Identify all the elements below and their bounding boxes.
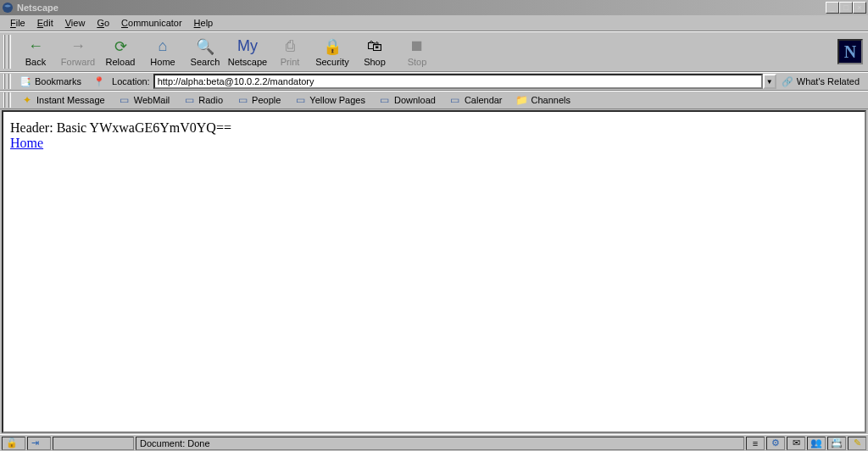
component-bar-icon-1[interactable]: ≡ xyxy=(746,437,765,450)
channels-icon: 📁 xyxy=(516,94,528,106)
menu-file[interactable]: File xyxy=(5,17,31,29)
back-icon: ← xyxy=(25,37,46,56)
search-icon: 🔍 xyxy=(195,37,215,56)
personalbar-handle[interactable] xyxy=(3,92,11,108)
component-bar-icon-2[interactable]: ⚙ xyxy=(766,437,785,450)
bookmarks-icon: 📑 xyxy=(19,76,31,87)
personal-people[interactable]: ▭People xyxy=(230,93,287,107)
search-label: Search xyxy=(191,57,220,67)
svg-point-0 xyxy=(3,3,13,13)
window-title: Netscape xyxy=(17,3,826,13)
home-link[interactable]: Home xyxy=(10,136,43,150)
instant-message-label: Instant Message xyxy=(36,95,105,105)
instant-message-icon: ✦ xyxy=(21,94,33,106)
download-label: Download xyxy=(394,95,436,105)
stop-button: ⏹Stop xyxy=(396,33,438,70)
whats-related-label: What's Related xyxy=(797,76,860,86)
personal-radio[interactable]: ▭Radio xyxy=(176,93,230,107)
app-icon xyxy=(2,2,14,14)
status-progress xyxy=(53,437,134,450)
webmail-label: WebMail xyxy=(134,95,170,105)
location-bar: 📑 Bookmarks 📍 Location: ▼ 🔗 What's Relat… xyxy=(0,72,868,91)
netscape-label: Netscape xyxy=(228,57,267,67)
security-label: Security xyxy=(315,57,349,67)
location-input[interactable] xyxy=(153,74,763,89)
close-button[interactable]: × xyxy=(853,2,866,14)
people-label: People xyxy=(252,95,281,105)
status-security-icon[interactable]: 🔓 xyxy=(2,437,25,450)
home-icon: ⌂ xyxy=(153,37,173,56)
component-bar-icon-4[interactable]: 👥 xyxy=(807,437,826,450)
header-text: Header: Basic YWxwaGE6YmV0YQ== xyxy=(10,120,858,136)
personal-calendar[interactable]: ▭Calendar xyxy=(442,93,509,107)
personal-channels[interactable]: 📁Channels xyxy=(509,93,577,107)
forward-label: Forward xyxy=(61,57,95,67)
status-online-icon[interactable]: ⇥ xyxy=(27,437,51,450)
maximize-button[interactable]: □ xyxy=(839,2,853,14)
reload-label: Reload xyxy=(106,57,136,67)
toolbar-handle[interactable] xyxy=(3,35,11,69)
webmail-icon: ▭ xyxy=(119,94,131,106)
download-icon: ▭ xyxy=(379,94,391,106)
page-content: Header: Basic YWxwaGE6YmV0YQ== Home xyxy=(2,110,866,433)
titlebar: Netscape _ □ × xyxy=(0,0,868,15)
home-button[interactable]: ⌂Home xyxy=(142,33,184,70)
calendar-label: Calendar xyxy=(465,95,503,105)
security-button[interactable]: 🔒Security xyxy=(311,33,353,70)
people-icon: ▭ xyxy=(236,94,248,106)
calendar-icon: ▭ xyxy=(449,94,461,106)
component-bar-icon-5[interactable]: 📇 xyxy=(827,437,846,450)
forward-button: →Forward xyxy=(57,33,99,70)
menu-help[interactable]: Help xyxy=(189,17,219,29)
stop-icon: ⏹ xyxy=(407,37,427,56)
reload-icon: ⟳ xyxy=(110,37,131,56)
radio-label: Radio xyxy=(198,95,223,105)
netscape-logo: N xyxy=(837,39,863,64)
yellow-pages-icon: ▭ xyxy=(294,94,306,106)
security-icon: 🔒 xyxy=(322,37,342,56)
menu-go[interactable]: Go xyxy=(92,17,114,29)
print-icon: ⎙ xyxy=(280,37,300,56)
component-bar-icon-3[interactable]: ✉ xyxy=(787,437,805,450)
print-button: ⎙Print xyxy=(269,33,311,70)
channels-label: Channels xyxy=(531,95,570,105)
bookmarks-label: Bookmarks xyxy=(35,76,81,86)
radio-icon: ▭ xyxy=(183,94,195,106)
location-label: Location: xyxy=(112,76,150,86)
personal-download[interactable]: ▭Download xyxy=(372,93,442,107)
component-bar-icon-6[interactable]: ✎ xyxy=(848,437,866,450)
location-dropdown[interactable]: ▼ xyxy=(763,74,776,89)
back-button[interactable]: ←Back xyxy=(14,33,57,70)
location-indicator-icon: 📍 xyxy=(93,76,105,87)
whats-related-icon: 🔗 xyxy=(782,76,793,87)
search-button[interactable]: 🔍Search xyxy=(184,33,226,70)
netscape-button[interactable]: MyNetscape xyxy=(226,33,269,70)
personal-toolbar: ✦Instant Message▭WebMail▭Radio▭People▭Ye… xyxy=(0,91,868,109)
statusbar: 🔓 ⇥ Document: Done ≡ ⚙ ✉ 👥 📇 ✎ xyxy=(0,434,868,451)
shop-button[interactable]: 🛍Shop xyxy=(353,33,396,70)
status-message: Document: Done xyxy=(136,437,744,450)
stop-label: Stop xyxy=(408,57,427,67)
menu-view[interactable]: View xyxy=(60,17,91,29)
shop-icon: 🛍 xyxy=(364,37,385,56)
bookmarks-button[interactable]: 📑 Bookmarks xyxy=(14,76,86,87)
shop-label: Shop xyxy=(364,57,386,67)
reload-button[interactable]: ⟳Reload xyxy=(99,33,142,70)
menubar: File Edit View Go Communicator Help xyxy=(0,15,868,31)
menu-edit[interactable]: Edit xyxy=(32,17,58,29)
whats-related-button[interactable]: 🔗 What's Related xyxy=(776,76,865,87)
personal-webmail[interactable]: ▭WebMail xyxy=(112,93,177,107)
home-label: Home xyxy=(150,57,175,67)
minimize-button[interactable]: _ xyxy=(826,2,839,14)
personal-yellow-pages[interactable]: ▭Yellow Pages xyxy=(287,93,372,107)
personal-instant-message[interactable]: ✦Instant Message xyxy=(14,93,112,107)
back-label: Back xyxy=(25,57,46,67)
forward-icon: → xyxy=(68,37,88,56)
toolbar: ←Back→Forward⟳Reload⌂Home🔍SearchMyNetsca… xyxy=(0,31,868,72)
locbar-handle[interactable] xyxy=(3,74,11,89)
menu-communicator[interactable]: Communicator xyxy=(116,17,187,29)
netscape-icon: My xyxy=(237,37,258,56)
yellow-pages-label: Yellow Pages xyxy=(309,95,365,105)
print-label: Print xyxy=(281,57,300,67)
